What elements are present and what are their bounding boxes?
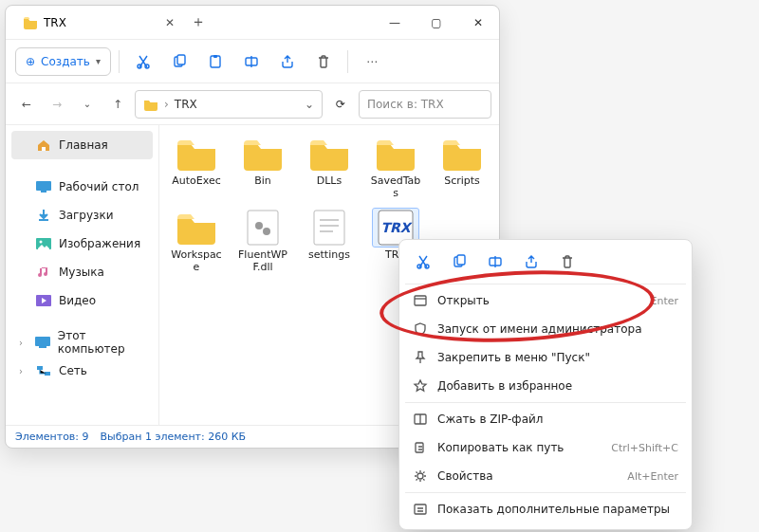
forward-button: → <box>44 91 70 118</box>
file-item-fluentwpf[interactable]: FluentWPF.dll <box>235 209 290 273</box>
breadcrumb[interactable]: TRX <box>175 98 197 111</box>
file-label: SavedTabs <box>368 175 423 199</box>
rename-icon[interactable] <box>235 47 268 76</box>
sidebar-item-network[interactable]: › Сеть <box>11 357 153 385</box>
context-menu-label: Сжать в ZIP-файл <box>437 413 543 426</box>
back-button[interactable]: ← <box>13 91 40 118</box>
file-label: FluentWPF.dll <box>235 249 290 273</box>
tab-trx[interactable]: TRX ✕ <box>13 9 184 37</box>
tab-close-icon[interactable]: ✕ <box>165 16 175 29</box>
sidebar-item-downloads[interactable]: Загрузки <box>11 201 153 229</box>
context-menu-open[interactable]: Открыть Enter <box>405 286 686 315</box>
new-tab-button[interactable]: ＋ <box>184 12 213 32</box>
chevron-right-icon[interactable]: › <box>19 366 28 376</box>
refresh-button[interactable]: ⟳ <box>326 98 355 111</box>
home-icon <box>36 138 51 153</box>
context-menu-label: Запуск от имени администратора <box>437 322 642 336</box>
chevron-right-icon[interactable]: › <box>19 338 28 348</box>
sidebar-item-home[interactable]: Главная <box>11 131 153 159</box>
sidebar-item-label: Главная <box>59 138 108 152</box>
pin-icon <box>413 350 428 365</box>
search-input[interactable]: Поиск в: TRX <box>359 90 491 119</box>
context-menu-label: Свойства <box>437 469 493 483</box>
folder-item-dlls[interactable]: DLLs <box>302 135 357 199</box>
address-bar[interactable]: › TRX ⌄ <box>135 90 323 119</box>
close-button[interactable]: ✕ <box>457 6 499 40</box>
context-menu-properties[interactable]: Свойства Alt+Enter <box>405 462 686 490</box>
more-icon[interactable]: ⋯ <box>356 47 388 76</box>
sidebar-item-this-pc[interactable]: › Этот компьютер <box>11 328 153 357</box>
context-menu: Открыть Enter Запуск от имени администра… <box>398 239 693 530</box>
svg-rect-13 <box>39 346 46 348</box>
shortcut: Enter <box>650 295 678 307</box>
chevron-down-icon[interactable]: ⌄ <box>305 98 314 111</box>
copy-icon[interactable] <box>443 248 475 276</box>
file-label: DLLs <box>317 175 342 188</box>
cut-icon[interactable] <box>127 47 159 76</box>
sidebar-item-desktop[interactable]: Рабочий стол <box>11 173 153 201</box>
share-icon[interactable] <box>515 248 547 276</box>
context-menu-label: Открыть <box>437 294 490 307</box>
svg-point-17 <box>255 222 263 229</box>
sidebar-item-label: Сеть <box>59 364 87 377</box>
sidebar-item-pictures[interactable]: Изображения <box>11 229 153 258</box>
zip-icon <box>413 412 428 427</box>
context-menu-show-more[interactable]: Показать дополнительные параметры <box>405 495 686 523</box>
svg-point-30 <box>417 473 423 479</box>
folder-item-autoexec[interactable]: AutoExec <box>169 135 224 199</box>
separator <box>405 284 686 284</box>
svg-rect-14 <box>37 366 43 370</box>
paste-icon[interactable] <box>199 47 231 76</box>
plus-icon: ⊕ <box>26 55 35 68</box>
file-item-settings[interactable]: settings <box>302 209 357 273</box>
chevron-down-icon: ▾ <box>96 56 101 66</box>
sidebar-item-label: Загрузки <box>59 209 114 222</box>
svg-rect-12 <box>35 337 50 346</box>
folder-icon <box>23 15 38 30</box>
cut-icon[interactable] <box>407 248 439 276</box>
titlebar: TRX ✕ ＋ — ▢ ✕ <box>6 6 499 40</box>
folder-item-savedtabs[interactable]: SavedTabs <box>368 135 423 199</box>
minimize-button[interactable]: — <box>374 6 416 40</box>
up-button[interactable]: ↑ <box>104 91 131 118</box>
svg-rect-31 <box>415 504 426 514</box>
maximize-button[interactable]: ▢ <box>416 6 457 40</box>
copy-path-icon <box>413 440 428 455</box>
folder-item-workspace[interactable]: Workspace <box>169 209 224 273</box>
sidebar: Главная Рабочий стол Загрузки Изображени… <box>6 125 159 425</box>
toolbar: ⊕ Создать ▾ ⋯ <box>6 40 499 83</box>
sidebar-item-label: Музыка <box>59 266 104 279</box>
new-button[interactable]: ⊕ Создать ▾ <box>15 47 111 76</box>
history-chevron-icon[interactable]: ⌄ <box>74 91 101 118</box>
downloads-icon <box>36 208 51 223</box>
svg-point-10 <box>40 241 43 244</box>
folder-item-bin[interactable]: Bin <box>235 135 290 199</box>
rename-icon[interactable] <box>479 248 511 276</box>
more-options-icon <box>413 502 428 517</box>
separator <box>405 492 686 493</box>
folder-item-scripts[interactable]: Scripts <box>435 135 490 199</box>
svg-rect-27 <box>415 296 426 305</box>
context-menu-pin-start[interactable]: Закрепить в меню "Пуск" <box>405 343 686 372</box>
copy-icon[interactable] <box>163 47 195 76</box>
svg-rect-8 <box>41 191 46 193</box>
svg-rect-16 <box>248 211 278 245</box>
sidebar-item-videos[interactable]: Видео <box>11 286 153 315</box>
tab-title: TRX <box>44 16 66 29</box>
delete-icon[interactable] <box>551 248 583 276</box>
new-button-label: Создать <box>41 55 90 68</box>
file-label: Bin <box>254 175 271 188</box>
context-menu-copy-path[interactable]: Копировать как путь Ctrl+Shift+C <box>405 433 686 462</box>
share-icon[interactable] <box>271 47 304 76</box>
context-menu-favorite[interactable]: Добавить в избранное <box>405 372 686 400</box>
sidebar-item-label: Рабочий стол <box>59 180 139 193</box>
open-icon <box>413 293 428 308</box>
svg-text:TRX: TRX <box>380 220 412 235</box>
context-menu-run-as-admin[interactable]: Запуск от имени администратора <box>405 315 686 343</box>
sidebar-item-label: Видео <box>59 294 96 307</box>
delete-icon[interactable] <box>307 47 340 76</box>
network-icon <box>36 363 51 378</box>
separator <box>405 402 686 403</box>
context-menu-zip[interactable]: Сжать в ZIP-файл <box>405 405 686 433</box>
sidebar-item-music[interactable]: Музыка <box>11 258 153 286</box>
